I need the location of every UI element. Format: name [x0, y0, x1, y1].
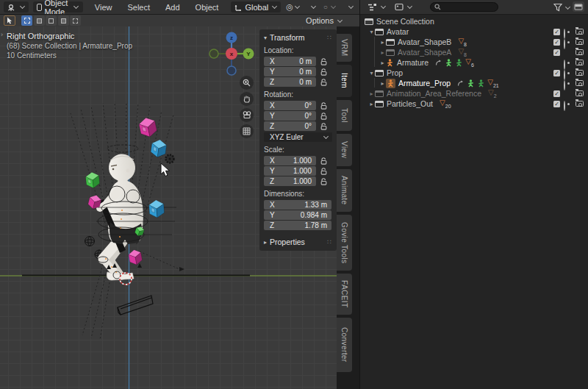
- render-camera-icon[interactable]: [576, 49, 584, 55]
- hide-toggle[interactable]: [564, 93, 573, 98]
- rotation-y-field[interactable]: Y 0°: [264, 111, 316, 121]
- outliner-row-animation-area-reference[interactable]: ▸ Animation_Area_Reference ▽2 ✓: [363, 88, 585, 99]
- transform-panel-header[interactable]: ▾ Transform ∷: [264, 33, 332, 42]
- exclude-checkbox[interactable]: ✓: [553, 101, 560, 107]
- expand-icon[interactable]: ▸: [379, 80, 386, 87]
- new-collection-button[interactable]: [573, 1, 584, 12]
- lock-icon[interactable]: [316, 178, 331, 185]
- render-camera-icon[interactable]: [576, 90, 584, 96]
- lock-icon[interactable]: [316, 102, 331, 110]
- select-mode-extend-button[interactable]: [46, 15, 57, 26]
- scale-z-field[interactable]: Z 1.000: [264, 176, 316, 186]
- tab-govie-tools[interactable]: Govie Tools: [337, 215, 352, 271]
- select-mode-set-button[interactable]: [34, 15, 45, 26]
- lock-icon[interactable]: [316, 58, 331, 65]
- object-mode-select[interactable]: Object Mode: [33, 1, 83, 13]
- render-camera-icon[interactable]: [576, 70, 584, 76]
- scale-y-field[interactable]: Y 1.000: [264, 166, 316, 176]
- dimension-z-field[interactable]: Z 1.78 m: [264, 221, 331, 230]
- chevron-down-icon[interactable]: [295, 4, 301, 10]
- lock-icon[interactable]: [316, 168, 331, 175]
- hide-toggle[interactable]: [564, 51, 573, 57]
- hide-toggle[interactable]: [564, 81, 573, 86]
- expand-icon[interactable]: ▸: [379, 39, 386, 46]
- outliner-row-particles-out[interactable]: ▸ Particles_Out ▽20 ✓: [363, 99, 585, 109]
- chevron-down-icon[interactable]: [348, 4, 354, 10]
- exclude-checkbox[interactable]: ✓: [553, 49, 560, 56]
- tab-animate[interactable]: Animate: [337, 169, 352, 212]
- pan-button[interactable]: [240, 92, 254, 106]
- tweak-tool-button[interactable]: [4, 15, 15, 26]
- lock-icon[interactable]: [316, 157, 331, 165]
- tab-vrm[interactable]: VRM: [337, 34, 352, 62]
- hide-toggle[interactable]: [564, 101, 573, 107]
- exclude-checkbox[interactable]: ✓: [553, 90, 560, 97]
- menu-view[interactable]: View: [93, 3, 115, 12]
- options-dropdown[interactable]: Options: [306, 16, 343, 25]
- camera-view-button[interactable]: [240, 108, 254, 122]
- gizmo-y-neg-axis[interactable]: [209, 49, 218, 58]
- 3d-viewport[interactable]: › Right Orthographic (68) Scene Collecti…: [0, 26, 360, 389]
- render-camera-icon[interactable]: [576, 60, 584, 65]
- rotation-mode-select[interactable]: XYZ Euler: [264, 132, 332, 142]
- gizmo-z-neg-axis[interactable]: [227, 66, 236, 75]
- display-mode-button[interactable]: [391, 1, 416, 13]
- outliner-editor-button[interactable]: [364, 1, 390, 13]
- hide-toggle[interactable]: [564, 40, 573, 45]
- exclude-checkbox[interactable]: ✓: [553, 39, 560, 46]
- lock-icon[interactable]: [316, 79, 331, 86]
- location-z-field[interactable]: Z 0 m: [264, 77, 316, 87]
- outliner-row-avatar[interactable]: ▾ Avatar ✓: [363, 26, 585, 37]
- navigation-gizmo[interactable]: z x Y: [208, 31, 255, 78]
- editor-type-button[interactable]: [4, 1, 29, 13]
- orthographic-toggle-button[interactable]: [240, 124, 254, 138]
- collapse-icon[interactable]: ▾: [368, 29, 375, 35]
- region-divider[interactable]: [359, 0, 360, 389]
- dimension-x-field[interactable]: X 1.33 m: [264, 200, 331, 210]
- render-camera-icon[interactable]: [576, 101, 584, 107]
- exclude-checkbox[interactable]: ✓: [553, 70, 560, 76]
- rotation-z-field[interactable]: Z 0°: [264, 121, 316, 131]
- lock-icon[interactable]: [316, 68, 331, 76]
- tab-converter[interactable]: Converter: [337, 318, 352, 372]
- outliner-row-prop[interactable]: ▾ Prop ✓: [363, 68, 585, 78]
- menu-select[interactable]: Select: [125, 3, 152, 12]
- rotation-x-field[interactable]: X 0°: [264, 101, 316, 110]
- select-mode-intersect-button[interactable]: [70, 15, 81, 26]
- outliner-search-input[interactable]: [430, 2, 498, 12]
- location-y-field[interactable]: Y 0 m: [264, 67, 316, 76]
- menu-object[interactable]: Object: [193, 3, 221, 12]
- location-x-field[interactable]: X 0 m: [264, 57, 316, 66]
- transform-orientation-select[interactable]: Global: [231, 1, 281, 13]
- outliner-row-armature[interactable]: ▸ Armature ▽6: [363, 57, 585, 68]
- expand-icon[interactable]: ▸: [368, 101, 375, 107]
- tab-faceit[interactable]: FACEIT: [337, 274, 352, 315]
- dimension-y-field[interactable]: Y 0.984 m: [264, 210, 331, 220]
- tab-tool[interactable]: Tool: [337, 100, 352, 131]
- render-camera-icon[interactable]: [576, 29, 584, 35]
- select-box-tool-button[interactable]: [21, 15, 32, 26]
- select-mode-subtract-button[interactable]: [58, 15, 69, 26]
- tab-item[interactable]: Item: [337, 65, 352, 97]
- panel-grip-icon[interactable]: ∷: [327, 238, 332, 246]
- render-camera-icon[interactable]: [576, 39, 584, 45]
- proportional-edit-icon[interactable]: ○: [323, 4, 328, 11]
- outliner-row-avatar-shapeb[interactable]: ▸ Avatar_ShapeB ▽8 ✓: [363, 37, 585, 47]
- outliner-row-armature-prop[interactable]: ▸ Armature_Prop: [363, 78, 585, 88]
- lock-icon[interactable]: [316, 113, 331, 120]
- expand-icon[interactable]: ▸: [368, 90, 375, 97]
- outliner-row-avatar-shapea[interactable]: ▸ Avatar_ShapeA ▽8 ✓: [363, 47, 585, 57]
- panel-grip-icon[interactable]: ∷: [327, 34, 332, 41]
- scale-x-field[interactable]: X 1.000: [264, 156, 316, 165]
- lock-icon[interactable]: [316, 123, 331, 130]
- hide-toggle[interactable]: [564, 60, 573, 65]
- pivot-point-button[interactable]: ◎: [286, 3, 293, 11]
- filter-icon[interactable]: [553, 3, 563, 12]
- menu-add[interactable]: Add: [163, 3, 182, 12]
- zoom-button[interactable]: [240, 76, 254, 90]
- expand-icon[interactable]: ▸: [379, 49, 386, 56]
- properties-panel-header[interactable]: ▸ Properties ∷: [264, 238, 332, 246]
- tab-view[interactable]: View: [337, 134, 352, 166]
- chevron-down-icon[interactable]: [311, 4, 317, 10]
- expand-icon[interactable]: ▸: [379, 60, 386, 66]
